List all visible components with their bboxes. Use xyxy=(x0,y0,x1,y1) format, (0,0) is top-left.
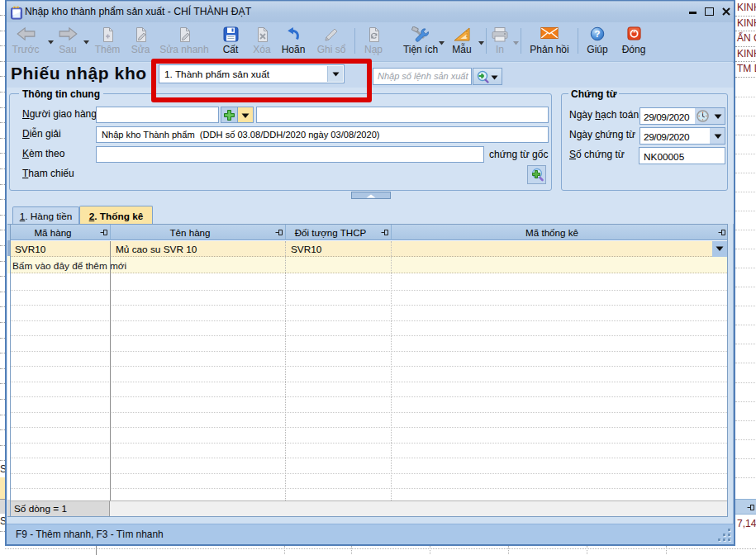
svg-text:?: ? xyxy=(595,29,601,39)
